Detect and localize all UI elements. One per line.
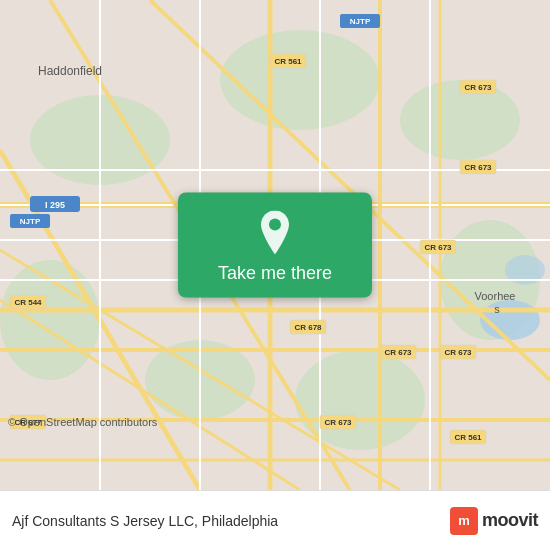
svg-text:CR 673: CR 673 [384,348,412,357]
svg-text:Voorhee: Voorhee [475,290,516,302]
footer-bar: Ajf Consultants S Jersey LLC, Philadelph… [0,490,550,550]
moovit-icon: m [450,507,478,535]
svg-point-1 [220,30,380,130]
svg-text:CR 673: CR 673 [464,163,492,172]
moovit-wordmark: moovit [482,510,538,531]
moovit-logo: m moovit [450,507,538,535]
svg-text:CR 678: CR 678 [294,323,322,332]
svg-text:I 295: I 295 [45,200,65,210]
svg-text:Haddonfield: Haddonfield [38,64,102,78]
svg-text:NJTP: NJTP [20,217,41,226]
cta-overlay: Take me there [178,193,372,298]
location-text: Ajf Consultants S Jersey LLC, Philadelph… [12,513,278,529]
svg-text:CR 561: CR 561 [454,433,482,442]
map-container: I 295 NJTP NJTP CR 561 CR 673 CR 673 CR … [0,0,550,490]
osm-credit: © OpenStreetMap contributors [8,416,157,428]
svg-point-62 [269,219,281,231]
svg-text:s: s [494,303,500,315]
svg-text:CR 673: CR 673 [424,243,452,252]
svg-text:CR 544: CR 544 [14,298,42,307]
svg-text:CR 673: CR 673 [464,83,492,92]
svg-text:CR 561: CR 561 [274,57,302,66]
svg-point-7 [0,260,100,380]
cta-label: Take me there [218,263,332,284]
location-pin-icon [257,211,293,255]
svg-text:CR 673: CR 673 [324,418,352,427]
take-me-there-button[interactable]: Take me there [178,193,372,298]
svg-text:CR 673: CR 673 [444,348,472,357]
svg-text:NJTP: NJTP [350,17,371,26]
